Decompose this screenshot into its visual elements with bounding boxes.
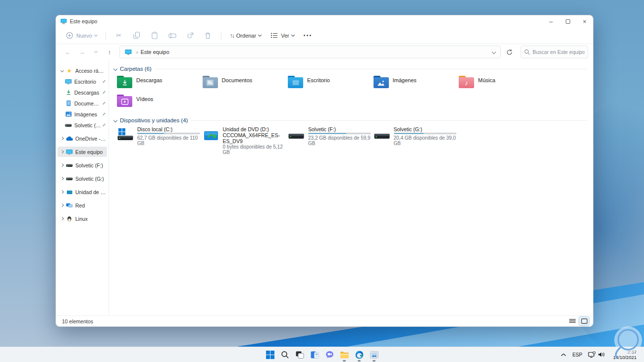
sort-button[interactable]: ↑↓ Ordenar xyxy=(226,30,265,41)
delete-button[interactable] xyxy=(200,30,216,41)
cut-icon: ✂ xyxy=(116,32,121,39)
folder-name: Escritorio xyxy=(307,77,330,83)
file-explorer-button[interactable] xyxy=(337,348,352,362)
drive-free-space: 62,7 GB disponibles de 110 GB xyxy=(137,135,203,146)
paste-button[interactable] xyxy=(147,30,162,41)
folder-name: Descargas xyxy=(136,77,162,83)
folders-section-header[interactable]: Carpetas (6) xyxy=(112,66,587,72)
running-indicator xyxy=(373,360,376,362)
folder-tile-imagenes[interactable]: Imágenes xyxy=(374,75,459,94)
drive-usage-bar xyxy=(308,133,371,134)
teams-chat-button[interactable] xyxy=(322,348,337,362)
videos-folder-icon xyxy=(117,95,132,107)
sidebar-item-solvetic-f[interactable]: Solvetic (F:) xyxy=(57,160,107,170)
back-button[interactable]: ← xyxy=(62,46,74,58)
drive-tile-dvd[interactable]: Unidad de DVD (D:) CCCOMA_X64FRE_ES-ES_D… xyxy=(203,126,288,146)
view-label: Ver xyxy=(281,33,289,39)
forward-button[interactable]: → xyxy=(76,46,88,58)
pin-icon xyxy=(102,79,106,84)
sidebar-item-red[interactable]: Red xyxy=(57,200,107,210)
more-options-button[interactable] xyxy=(300,33,316,38)
sidebar-item-descargas[interactable]: Descargas xyxy=(57,87,107,98)
sidebar-item-label: OneDrive - Personal xyxy=(75,136,106,142)
sidebar-item-onedrive[interactable]: OneDrive - Personal xyxy=(57,133,107,144)
sidebar-item-este-equipo[interactable]: Este equipo xyxy=(57,147,107,157)
sidebar-item-imagenes[interactable]: Imágenes xyxy=(57,109,107,119)
chevron-down-icon[interactable] xyxy=(58,69,65,72)
address-dropdown-icon[interactable] xyxy=(492,50,496,54)
drive-volume-label: CCCOMA_X64FRE_ES-ES_DV9 xyxy=(223,132,288,144)
sidebar-item-documentos[interactable]: Documentos xyxy=(57,98,107,108)
this-pc-icon xyxy=(125,49,132,55)
refresh-button[interactable] xyxy=(503,46,516,58)
tray-overflow-button[interactable] xyxy=(558,349,569,361)
chevron-right-icon[interactable] xyxy=(58,204,65,207)
folder-tile-documentos[interactable]: Documentos xyxy=(203,75,288,94)
task-view-button[interactable] xyxy=(292,348,307,362)
running-indicator xyxy=(358,360,361,362)
sidebar-item-label: Imágenes xyxy=(74,111,102,117)
sidebar-item-label: Solvetic (G:) xyxy=(74,122,102,128)
search-input[interactable] xyxy=(533,49,585,55)
pin-icon xyxy=(102,123,106,127)
photos-app-button[interactable] xyxy=(367,348,381,362)
up-button[interactable]: ↑ xyxy=(104,46,115,58)
folder-tile-descargas[interactable]: Descargas xyxy=(117,75,203,94)
folder-tile-musica[interactable]: ♪ Música xyxy=(459,75,544,94)
share-button[interactable] xyxy=(182,30,198,41)
sidebar-item-solvetic-g[interactable]: Solvetic (G:) xyxy=(57,173,107,184)
devices-section-header[interactable]: Dispositivos y unidades (4) xyxy=(112,117,587,123)
section-title: Dispositivos y unidades (4) xyxy=(120,117,188,123)
chevron-right-icon[interactable] xyxy=(58,137,65,140)
breadcrumb[interactable]: › Este equipo xyxy=(119,46,501,58)
file-list-area: Carpetas (6) Descargas Documentos Escrit xyxy=(109,60,593,315)
details-view-button[interactable] xyxy=(567,317,577,325)
devices-grid: Disco local (C:) 62,7 GB disponibles de … xyxy=(117,126,587,146)
desktop: Este equipo – × Nuevo ✂ xyxy=(0,0,644,362)
close-button[interactable]: × xyxy=(576,15,593,27)
drive-name: Disco local (C:) xyxy=(137,126,203,132)
sidebar-item-solvetic-g-pinned[interactable]: Solvetic (G:) xyxy=(57,120,107,130)
clock[interactable]: 2:37 14/10/2021 xyxy=(608,349,641,361)
folder-tile-videos[interactable]: Vídeos xyxy=(117,94,203,112)
language-indicator[interactable]: ESP xyxy=(570,349,585,361)
window-title: Este equipo xyxy=(70,18,97,24)
linux-penguin-icon xyxy=(65,215,73,222)
sidebar-item-label: Este equipo xyxy=(75,149,106,155)
minimize-button[interactable]: – xyxy=(542,15,559,27)
start-button[interactable] xyxy=(263,348,277,362)
drive-tile-g[interactable]: Solvetic (G:) 20,4 GB disponibles de 39,… xyxy=(374,126,459,146)
folder-tile-escritorio[interactable]: Escritorio xyxy=(288,75,374,94)
view-button[interactable]: Ver xyxy=(267,29,298,42)
rename-button[interactable] xyxy=(164,30,180,41)
network-volume-group[interactable] xyxy=(586,349,607,361)
drive-tile-c[interactable]: Disco local (C:) 62,7 GB disponibles de … xyxy=(117,126,203,146)
new-button[interactable]: Nuevo xyxy=(62,29,101,42)
sidebar-item-escritorio[interactable]: Escritorio xyxy=(57,76,107,87)
breadcrumb-item[interactable]: Este equipo xyxy=(141,49,169,55)
maximize-button[interactable] xyxy=(559,15,576,27)
copy-button[interactable] xyxy=(129,30,145,41)
sidebar-item-dvd[interactable]: Unidad de DVD (D:) xyxy=(57,187,107,197)
sidebar-item-acceso-rapido[interactable]: ★ Acceso rápido xyxy=(57,65,107,76)
chevron-right-icon[interactable] xyxy=(58,151,65,153)
search-box[interactable] xyxy=(521,46,588,58)
chevron-right-icon[interactable] xyxy=(58,177,65,180)
search-button[interactable] xyxy=(277,348,292,362)
chevron-right-icon[interactable] xyxy=(58,164,65,166)
large-icons-view-button[interactable] xyxy=(579,317,589,325)
recent-locations-button[interactable] xyxy=(90,46,102,58)
edge-icon xyxy=(355,351,364,359)
cut-button[interactable]: ✂ xyxy=(111,30,127,41)
widgets-button[interactable] xyxy=(307,348,322,362)
chevron-right-icon[interactable] xyxy=(58,217,65,220)
sidebar-item-linux[interactable]: Linux xyxy=(57,213,107,224)
drive-tile-f[interactable]: Solvetic (F:) 23,2 GB disponibles de 59,… xyxy=(288,126,374,146)
chevron-right-icon[interactable] xyxy=(58,191,65,193)
new-icon xyxy=(65,31,74,40)
chevron-up-icon xyxy=(561,353,566,357)
edge-button[interactable] xyxy=(352,348,367,362)
hdd-icon xyxy=(374,126,390,146)
more-icon xyxy=(304,35,311,36)
titlebar[interactable]: Este equipo – × xyxy=(56,15,593,27)
